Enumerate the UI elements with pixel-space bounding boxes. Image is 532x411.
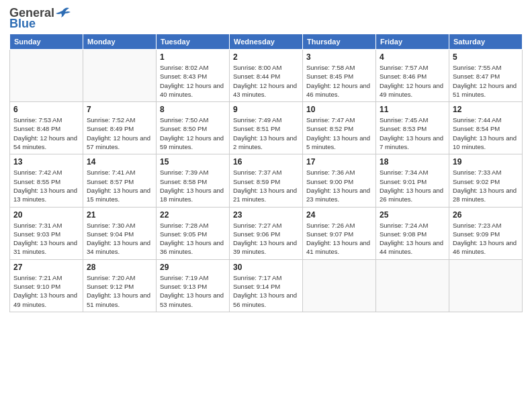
calendar-cell: 18Sunrise: 7:34 AM Sunset: 9:01 PM Dayli… bbox=[376, 154, 449, 207]
calendar-cell: 28Sunrise: 7:20 AM Sunset: 9:12 PM Dayli… bbox=[83, 259, 157, 312]
day-info: Sunrise: 7:37 AM Sunset: 8:59 PM Dayligh… bbox=[233, 168, 299, 203]
day-info: Sunrise: 8:02 AM Sunset: 8:43 PM Dayligh… bbox=[160, 63, 226, 99]
calendar-cell: 4Sunrise: 7:57 AM Sunset: 8:46 PM Daylig… bbox=[376, 50, 449, 102]
day-info: Sunrise: 7:41 AM Sunset: 8:57 PM Dayligh… bbox=[87, 168, 152, 203]
week-row-4: 27Sunrise: 7:21 AM Sunset: 9:10 PM Dayli… bbox=[10, 259, 523, 312]
day-number: 26 bbox=[453, 210, 519, 220]
week-row-0: 1Sunrise: 8:02 AM Sunset: 8:43 PM Daylig… bbox=[10, 50, 523, 102]
day-number: 30 bbox=[233, 263, 299, 272]
calendar-cell: 7Sunrise: 7:52 AM Sunset: 8:49 PM Daylig… bbox=[83, 102, 157, 154]
logo-bird-icon bbox=[56, 7, 71, 19]
day-info: Sunrise: 7:42 AM Sunset: 8:55 PM Dayligh… bbox=[13, 168, 79, 203]
day-info: Sunrise: 7:23 AM Sunset: 9:09 PM Dayligh… bbox=[453, 221, 519, 257]
weekday-header-saturday: Saturday bbox=[449, 34, 523, 50]
calendar-cell: 22Sunrise: 7:28 AM Sunset: 9:05 PM Dayli… bbox=[157, 207, 230, 259]
day-number: 8 bbox=[160, 105, 226, 114]
day-number: 1 bbox=[160, 52, 226, 62]
day-info: Sunrise: 7:21 AM Sunset: 9:10 PM Dayligh… bbox=[13, 273, 79, 309]
day-number: 22 bbox=[160, 210, 226, 220]
weekday-header-friday: Friday bbox=[376, 34, 449, 50]
day-info: Sunrise: 8:00 AM Sunset: 8:44 PM Dayligh… bbox=[233, 63, 299, 99]
calendar-cell: 2Sunrise: 8:00 AM Sunset: 8:44 PM Daylig… bbox=[230, 50, 303, 102]
day-number: 25 bbox=[380, 210, 445, 220]
calendar-cell: 8Sunrise: 7:50 AM Sunset: 8:50 PM Daylig… bbox=[157, 102, 230, 154]
day-number: 29 bbox=[160, 263, 226, 272]
weekday-header-sunday: Sunday bbox=[10, 34, 83, 50]
day-info: Sunrise: 7:30 AM Sunset: 9:04 PM Dayligh… bbox=[87, 221, 152, 257]
calendar-cell: 12Sunrise: 7:44 AM Sunset: 8:54 PM Dayli… bbox=[449, 102, 523, 154]
calendar-cell: 5Sunrise: 7:55 AM Sunset: 8:47 PM Daylig… bbox=[449, 50, 523, 102]
day-number: 23 bbox=[233, 210, 299, 220]
calendar-cell: 3Sunrise: 7:58 AM Sunset: 8:45 PM Daylig… bbox=[303, 50, 376, 102]
calendar-cell: 11Sunrise: 7:45 AM Sunset: 8:53 PM Dayli… bbox=[376, 102, 449, 154]
day-info: Sunrise: 7:24 AM Sunset: 9:08 PM Dayligh… bbox=[380, 221, 445, 257]
calendar-cell: 26Sunrise: 7:23 AM Sunset: 9:09 PM Dayli… bbox=[449, 207, 523, 259]
calendar-cell: 20Sunrise: 7:31 AM Sunset: 9:03 PM Dayli… bbox=[10, 207, 83, 259]
day-number: 10 bbox=[306, 105, 372, 114]
calendar-cell bbox=[449, 259, 523, 312]
weekday-header-tuesday: Tuesday bbox=[157, 34, 230, 50]
day-number: 12 bbox=[453, 105, 519, 114]
logo: General Blue bbox=[9, 7, 71, 30]
day-info: Sunrise: 7:50 AM Sunset: 8:50 PM Dayligh… bbox=[160, 116, 226, 151]
calendar-cell: 23Sunrise: 7:27 AM Sunset: 9:06 PM Dayli… bbox=[230, 207, 303, 259]
calendar-cell: 9Sunrise: 7:49 AM Sunset: 8:51 PM Daylig… bbox=[230, 102, 303, 154]
weekday-header-row: SundayMondayTuesdayWednesdayThursdayFrid… bbox=[10, 34, 523, 50]
day-info: Sunrise: 7:19 AM Sunset: 9:13 PM Dayligh… bbox=[160, 273, 226, 309]
calendar-cell: 16Sunrise: 7:37 AM Sunset: 8:59 PM Dayli… bbox=[230, 154, 303, 207]
calendar-cell: 14Sunrise: 7:41 AM Sunset: 8:57 PM Dayli… bbox=[83, 154, 157, 207]
day-info: Sunrise: 7:49 AM Sunset: 8:51 PM Dayligh… bbox=[233, 116, 299, 151]
day-number: 4 bbox=[380, 52, 445, 62]
calendar-table: SundayMondayTuesdayWednesdayThursdayFrid… bbox=[9, 34, 523, 312]
day-info: Sunrise: 7:47 AM Sunset: 8:52 PM Dayligh… bbox=[306, 116, 372, 151]
calendar-cell: 1Sunrise: 8:02 AM Sunset: 8:43 PM Daylig… bbox=[157, 50, 230, 102]
week-row-3: 20Sunrise: 7:31 AM Sunset: 9:03 PM Dayli… bbox=[10, 207, 523, 259]
calendar-cell: 27Sunrise: 7:21 AM Sunset: 9:10 PM Dayli… bbox=[10, 259, 83, 312]
weekday-header-thursday: Thursday bbox=[303, 34, 376, 50]
day-number: 18 bbox=[380, 157, 445, 167]
day-number: 7 bbox=[87, 105, 152, 114]
calendar-cell bbox=[83, 50, 157, 102]
calendar-cell bbox=[376, 259, 449, 312]
day-info: Sunrise: 7:31 AM Sunset: 9:03 PM Dayligh… bbox=[13, 221, 79, 257]
weekday-header-wednesday: Wednesday bbox=[230, 34, 303, 50]
day-number: 20 bbox=[13, 210, 79, 220]
week-row-1: 6Sunrise: 7:53 AM Sunset: 8:48 PM Daylig… bbox=[10, 102, 523, 154]
day-number: 5 bbox=[453, 52, 519, 62]
header: General Blue bbox=[9, 7, 523, 30]
calendar-cell bbox=[303, 259, 376, 312]
page: General Blue SundayMondayTuesdayWednesda… bbox=[0, 0, 532, 411]
day-number: 24 bbox=[306, 210, 372, 220]
calendar-cell: 13Sunrise: 7:42 AM Sunset: 8:55 PM Dayli… bbox=[10, 154, 83, 207]
day-number: 17 bbox=[306, 157, 372, 167]
day-number: 6 bbox=[13, 105, 79, 114]
day-number: 28 bbox=[87, 263, 152, 272]
week-row-2: 13Sunrise: 7:42 AM Sunset: 8:55 PM Dayli… bbox=[10, 154, 523, 207]
weekday-header-monday: Monday bbox=[83, 34, 157, 50]
day-info: Sunrise: 7:28 AM Sunset: 9:05 PM Dayligh… bbox=[160, 221, 226, 257]
day-info: Sunrise: 7:33 AM Sunset: 9:02 PM Dayligh… bbox=[453, 168, 519, 203]
day-info: Sunrise: 7:45 AM Sunset: 8:53 PM Dayligh… bbox=[380, 116, 445, 151]
day-info: Sunrise: 7:57 AM Sunset: 8:46 PM Dayligh… bbox=[380, 63, 445, 99]
day-info: Sunrise: 7:58 AM Sunset: 8:45 PM Dayligh… bbox=[306, 63, 372, 99]
day-info: Sunrise: 7:36 AM Sunset: 9:00 PM Dayligh… bbox=[306, 168, 372, 203]
day-info: Sunrise: 7:27 AM Sunset: 9:06 PM Dayligh… bbox=[233, 221, 299, 257]
calendar-cell: 10Sunrise: 7:47 AM Sunset: 8:52 PM Dayli… bbox=[303, 102, 376, 154]
calendar-cell: 15Sunrise: 7:39 AM Sunset: 8:58 PM Dayli… bbox=[157, 154, 230, 207]
day-info: Sunrise: 7:17 AM Sunset: 9:14 PM Dayligh… bbox=[233, 273, 299, 309]
day-number: 27 bbox=[13, 263, 79, 272]
day-info: Sunrise: 7:44 AM Sunset: 8:54 PM Dayligh… bbox=[453, 116, 519, 151]
day-number: 9 bbox=[233, 105, 299, 114]
day-number: 15 bbox=[160, 157, 226, 167]
calendar-cell: 29Sunrise: 7:19 AM Sunset: 9:13 PM Dayli… bbox=[157, 259, 230, 312]
day-info: Sunrise: 7:20 AM Sunset: 9:12 PM Dayligh… bbox=[87, 273, 152, 309]
day-info: Sunrise: 7:39 AM Sunset: 8:58 PM Dayligh… bbox=[160, 168, 226, 203]
day-info: Sunrise: 7:26 AM Sunset: 9:07 PM Dayligh… bbox=[306, 221, 372, 257]
calendar-cell: 6Sunrise: 7:53 AM Sunset: 8:48 PM Daylig… bbox=[10, 102, 83, 154]
day-number: 14 bbox=[87, 157, 152, 167]
day-info: Sunrise: 7:52 AM Sunset: 8:49 PM Dayligh… bbox=[87, 116, 152, 151]
calendar-cell: 21Sunrise: 7:30 AM Sunset: 9:04 PM Dayli… bbox=[83, 207, 157, 259]
day-info: Sunrise: 7:34 AM Sunset: 9:01 PM Dayligh… bbox=[380, 168, 445, 203]
day-info: Sunrise: 7:55 AM Sunset: 8:47 PM Dayligh… bbox=[453, 63, 519, 99]
calendar-cell: 19Sunrise: 7:33 AM Sunset: 9:02 PM Dayli… bbox=[449, 154, 523, 207]
